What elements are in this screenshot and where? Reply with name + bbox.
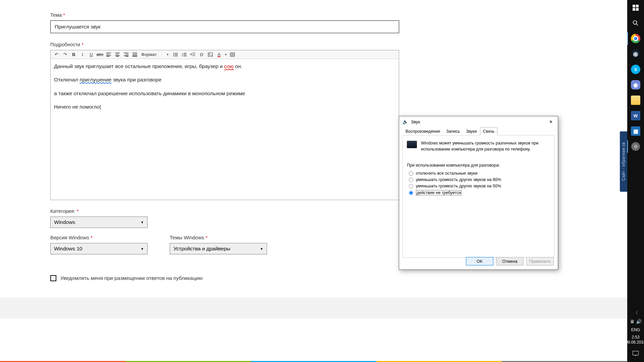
svg-text:3: 3 (182, 55, 183, 57)
dialog-cancel-button[interactable]: Отмена (496, 257, 524, 265)
radio-mute-all[interactable]: отключить все остальные звуки (409, 171, 550, 176)
tab-recording[interactable]: Запись (443, 127, 463, 135)
notifications-button[interactable] (627, 347, 644, 360)
taskbar: ◉ S ◉ W ▦ ⚙ 〈 🖥 🔊 ENG 2:53 08.06.2018 (627, 0, 644, 362)
search-icon (633, 20, 639, 26)
skype-icon: S (631, 65, 640, 74)
link-button[interactable] (197, 51, 206, 58)
windows-icon (633, 5, 639, 11)
word-taskbar-icon[interactable]: W (627, 108, 644, 123)
bullet-list-button[interactable] (171, 51, 180, 58)
ok-button[interactable]: OK (466, 257, 493, 265)
tab-playback[interactable]: Воспроизведение (402, 127, 443, 135)
svg-rect-8 (230, 53, 235, 56)
steam-taskbar-icon[interactable]: ◉ (627, 46, 644, 62)
align-right-button[interactable] (122, 51, 130, 58)
speaker-icon: 🔈 (402, 119, 408, 124)
version-select[interactable]: Windows 10▼ (50, 243, 148, 254)
text-color-caret[interactable]: ▼ (223, 51, 228, 58)
editor-toolbar: ↶ ↷ B I U abc Формат▼ (51, 50, 399, 59)
device-icon (407, 141, 417, 148)
align-center-button[interactable] (113, 51, 122, 58)
settings-taskbar-icon[interactable]: ⚙ (627, 139, 644, 154)
clock[interactable]: 2:53 08.06.2018 (626, 335, 644, 345)
close-button[interactable]: ✕ (544, 117, 558, 127)
sound-dialog-titlebar[interactable]: 🔈 Звук ✕ (399, 116, 558, 127)
topic-input[interactable] (50, 20, 399, 33)
radio-reduce-80[interactable]: уменьшать громкость других звуков на 80% (409, 177, 550, 182)
numbered-list-button[interactable]: 123 (180, 51, 189, 58)
app-taskbar-icon[interactable]: ▦ (627, 123, 644, 139)
tab-sounds[interactable]: Звуки (463, 127, 480, 135)
svg-rect-12 (636, 8, 639, 11)
start-button[interactable] (627, 0, 644, 15)
discord-taskbar-icon[interactable]: ◉ (627, 77, 644, 93)
chrome-icon (631, 34, 640, 43)
notify-checkbox[interactable] (50, 275, 56, 281)
format-dropdown[interactable]: Формат▼ (139, 51, 171, 58)
svg-rect-11 (633, 8, 635, 11)
table-button[interactable] (228, 51, 237, 58)
tab-communications[interactable]: Связь (480, 127, 498, 135)
svg-point-13 (633, 21, 637, 24)
undo-button[interactable]: ↶ (52, 51, 61, 58)
feedback-tab[interactable]: Сайт - обратная св (620, 131, 627, 192)
svg-rect-14 (633, 351, 639, 355)
sound-subheading: При использовании компьютера для разгово… (407, 163, 550, 168)
tray-overflow-button[interactable]: 〈 (627, 308, 644, 317)
footer-band (0, 298, 627, 318)
sound-panel: Windows может уменьшать громкость различ… (402, 135, 554, 258)
app-icon: ▦ (631, 126, 640, 136)
svg-rect-10 (636, 5, 639, 7)
svg-rect-6 (208, 53, 213, 56)
chrome-taskbar-icon[interactable] (627, 31, 644, 46)
notify-label: Уведомлять меня при размещении ответов н… (60, 275, 203, 281)
sound-description: Windows может уменьшать громкость различ… (421, 140, 550, 152)
bold-button[interactable]: B (69, 51, 78, 58)
steam-icon: ◉ (631, 49, 640, 59)
svg-rect-9 (633, 5, 635, 7)
theme-label: Темы Windows * (170, 235, 267, 240)
svg-point-0 (173, 53, 174, 54)
version-label: Версия Windows * (50, 235, 148, 240)
rich-text-editor: ↶ ↷ B I U abc Формат▼ (50, 50, 399, 200)
theme-select[interactable]: Устройства и драйверы▼ (170, 243, 267, 254)
notification-icon (633, 351, 639, 356)
strike-button[interactable]: abc (96, 51, 104, 58)
italic-button[interactable]: I (78, 51, 87, 58)
radio-do-nothing[interactable]: действие не требуется (409, 190, 550, 195)
editor-body[interactable]: Данный звук приглушает все остальные при… (51, 59, 399, 200)
category-label: Категория: * (50, 208, 402, 214)
outdent-button[interactable] (189, 51, 197, 58)
network-icon[interactable]: 🖥 (630, 319, 635, 324)
svg-point-7 (209, 53, 210, 54)
volume-icon[interactable]: 🔊 (636, 319, 642, 324)
redo-button[interactable]: ↷ (61, 51, 69, 58)
apply-button[interactable]: Применить (526, 257, 554, 265)
word-icon: W (631, 111, 640, 120)
explorer-taskbar-icon[interactable] (627, 93, 644, 108)
sound-dialog: 🔈 Звук ✕ Воспроизведение Запись Звуки Св… (399, 116, 558, 270)
align-justify-button[interactable] (130, 51, 139, 58)
radio-reduce-50[interactable]: уменьшать громкость других звуков на 50% (409, 184, 550, 188)
search-button[interactable] (627, 15, 644, 31)
language-indicator[interactable]: ENG (631, 327, 640, 332)
gear-icon: ⚙ (631, 142, 640, 151)
svg-point-1 (173, 54, 174, 55)
category-select[interactable]: Windows▼ (50, 217, 148, 228)
skype-taskbar-icon[interactable]: S (627, 62, 644, 77)
details-label: Подробности * (50, 42, 402, 47)
sound-dialog-title: Звук (411, 119, 420, 124)
align-left-button[interactable] (104, 51, 113, 58)
svg-point-2 (173, 55, 174, 56)
discord-icon: ◉ (631, 80, 640, 89)
topic-label: Тема * (50, 12, 402, 18)
underline-button[interactable]: U (87, 51, 96, 58)
folder-icon (631, 96, 640, 105)
text-color-button[interactable]: A (215, 51, 223, 58)
image-button[interactable] (206, 51, 215, 58)
